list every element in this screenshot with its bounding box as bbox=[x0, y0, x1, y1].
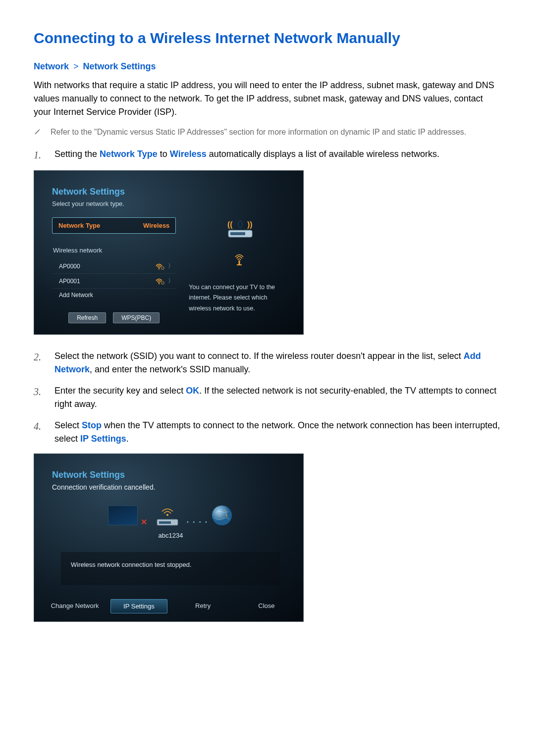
message-box: Wireless network connection test stopped… bbox=[61, 552, 280, 585]
ssid-label: abc1234 bbox=[52, 532, 289, 539]
tv-title: Network Settings bbox=[52, 187, 289, 197]
breadcrumb-a[interactable]: Network bbox=[34, 61, 69, 71]
tv-panel-network-settings: Network Settings Select your network typ… bbox=[34, 170, 304, 335]
network-item-label: AP0001 bbox=[59, 278, 80, 285]
note-row: Refer to the "Dynamic versus Static IP A… bbox=[34, 128, 501, 137]
breadcrumb-b[interactable]: Network Settings bbox=[83, 61, 156, 71]
note-text: Refer to the "Dynamic versus Static IP A… bbox=[51, 128, 466, 137]
network-item-ap0001[interactable]: AP0001 〉 bbox=[52, 274, 176, 289]
ip-settings-button[interactable]: IP Settings bbox=[110, 599, 167, 613]
network-item-add[interactable]: Add Network bbox=[52, 289, 176, 302]
kw-network-type: Network Type bbox=[100, 149, 158, 159]
step-2: Select the network (SSID) you want to co… bbox=[54, 350, 501, 376]
svg-rect-10 bbox=[237, 264, 242, 265]
kw-ok: OK bbox=[186, 386, 199, 396]
network-type-selector[interactable]: Network Type Wireless bbox=[52, 217, 176, 234]
chevron-right-icon: 〉 bbox=[168, 262, 174, 270]
svg-text:((: (( bbox=[227, 220, 233, 229]
network-item-label: Add Network bbox=[59, 292, 93, 299]
svg-rect-3 bbox=[161, 282, 164, 284]
tv-panel-connection-cancelled: Network Settings Connection verification… bbox=[34, 454, 304, 622]
step-number: 2. bbox=[34, 350, 44, 376]
wifi-lock-icon bbox=[155, 263, 164, 270]
step-2-text-a: Select the network (SSID) you want to co… bbox=[54, 351, 464, 361]
network-type-value: Wireless bbox=[143, 222, 169, 229]
breadcrumb-sep: > bbox=[73, 61, 79, 71]
right-text-2: internet. Please select which bbox=[189, 293, 289, 303]
pencil-icon bbox=[34, 128, 42, 137]
x-icon: ✕ bbox=[141, 517, 147, 527]
svg-point-0 bbox=[159, 268, 160, 269]
retry-button[interactable]: Retry bbox=[175, 599, 231, 613]
network-item-ap0000[interactable]: AP0000 〉 bbox=[52, 259, 176, 274]
svg-point-14 bbox=[212, 505, 232, 525]
change-network-button[interactable]: Change Network bbox=[47, 599, 103, 613]
router-illustration: (( )) bbox=[202, 217, 276, 247]
tv-icon bbox=[108, 505, 138, 525]
network-type-label: Network Type bbox=[58, 222, 100, 229]
wireless-network-label: Wireless network bbox=[52, 247, 176, 254]
step-4-text-c: . bbox=[126, 434, 129, 444]
svg-rect-9 bbox=[238, 260, 240, 264]
step-1-text-b: to bbox=[158, 149, 170, 159]
step-number: 3. bbox=[34, 384, 44, 411]
svg-point-2 bbox=[159, 283, 160, 284]
step-1-text-a: Setting the bbox=[54, 149, 100, 159]
svg-rect-1 bbox=[161, 267, 164, 269]
router-icon bbox=[150, 508, 185, 522]
kw-ip-settings: IP Settings bbox=[80, 434, 126, 444]
page-title: Connecting to a Wireless Internet Networ… bbox=[34, 30, 501, 47]
connection-status: Connection verification cancelled. bbox=[52, 483, 289, 491]
right-text-1: You can connect your TV to the bbox=[189, 282, 289, 293]
svg-text:)): )) bbox=[247, 220, 253, 229]
step-1-text-c: automatically displays a list of availab… bbox=[207, 149, 439, 159]
step-number: 1. bbox=[34, 148, 44, 162]
wifi-lock-icon bbox=[155, 278, 164, 285]
step-4: Select Stop when the TV attempts to conn… bbox=[54, 419, 501, 446]
tv-title: Network Settings bbox=[52, 470, 289, 480]
intro-paragraph: With networks that require a static IP a… bbox=[34, 79, 501, 119]
base-station-icon bbox=[234, 254, 245, 267]
right-text-3: wireless network to use. bbox=[189, 303, 289, 314]
step-2-text-b: , and enter the network's SSID manually. bbox=[90, 364, 250, 374]
message-text: Wireless network connection test stopped… bbox=[71, 561, 192, 568]
svg-point-6 bbox=[238, 221, 242, 228]
tv-subtitle: Select your network type. bbox=[52, 200, 289, 207]
kw-wireless: Wireless bbox=[170, 149, 207, 159]
wps-pbc-button[interactable]: WPS(PBC) bbox=[113, 312, 160, 323]
close-button[interactable]: Close bbox=[239, 599, 294, 613]
svg-point-11 bbox=[166, 514, 168, 516]
refresh-button[interactable]: Refresh bbox=[68, 312, 106, 323]
step-3-text-a: Enter the security key and select bbox=[54, 386, 186, 396]
connection-illustration: ✕ • • • • bbox=[52, 504, 289, 527]
step-3: Enter the security key and select OK. If… bbox=[54, 384, 501, 411]
svg-rect-13 bbox=[159, 521, 171, 524]
chevron-right-icon: 〉 bbox=[168, 277, 174, 285]
globe-icon bbox=[211, 504, 233, 527]
breadcrumb: Network > Network Settings bbox=[34, 61, 501, 72]
step-1: Setting the Network Type to Wireless aut… bbox=[54, 148, 501, 162]
steps-list: 1. Setting the Network Type to Wireless … bbox=[34, 148, 501, 162]
network-item-label: AP0000 bbox=[59, 263, 80, 270]
svg-rect-8 bbox=[230, 232, 245, 235]
step-number: 4. bbox=[34, 419, 44, 446]
step-4-text-a: Select bbox=[54, 420, 82, 430]
kw-stop: Stop bbox=[82, 420, 102, 430]
dots-icon: • • • • bbox=[187, 519, 208, 525]
steps-list-cont: 2. Select the network (SSID) you want to… bbox=[34, 350, 501, 446]
